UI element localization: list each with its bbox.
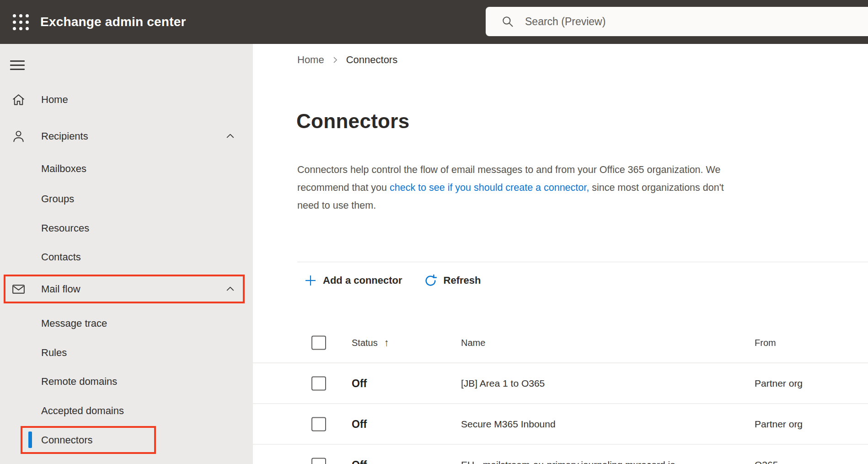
sidebar-item-label: Home — [41, 94, 68, 106]
description-line2-before: recommend that you — [297, 182, 390, 193]
sidebar-item-resources[interactable]: Resources — [0, 214, 253, 243]
select-all-checkbox[interactable] — [311, 336, 326, 350]
app-launcher-icon — [13, 14, 29, 30]
toolbar-divider — [297, 262, 868, 262]
sidebar-item-label: Rules — [41, 347, 67, 359]
breadcrumb: Home Connectors — [297, 53, 397, 67]
toolbar: Add a connector Refresh — [304, 268, 481, 293]
description-line3: need to use them. — [297, 200, 376, 211]
sidebar-item-rules[interactable]: Rules — [0, 338, 253, 367]
add-connector-label: Add a connector — [323, 275, 402, 286]
table-row[interactable]: Off Secure M365 Inbound Partner org — [253, 404, 868, 445]
row-connector-name[interactable]: [JB] Area 1 to O365 — [461, 378, 545, 389]
app-launcher-button[interactable] — [5, 0, 36, 44]
row-status: Off — [352, 377, 367, 389]
page-title: Connectors — [296, 110, 409, 133]
table-row[interactable]: Off [JB] Area 1 to O365 Partner org — [253, 363, 868, 404]
sidebar-item-accepted-domains[interactable]: Accepted domains — [0, 396, 253, 426]
sidebar-item-label: Message trace — [41, 318, 107, 329]
sidebar-item-groups[interactable]: Groups — [0, 184, 253, 214]
refresh-label: Refresh — [444, 275, 481, 286]
create-connector-check-link[interactable]: check to see if you should create a conn… — [390, 182, 589, 193]
selected-item-indicator — [28, 432, 32, 448]
chevron-right-icon — [331, 55, 340, 65]
column-header-name[interactable]: Name — [461, 338, 485, 348]
description-line2-after: since most organizations don't — [589, 182, 724, 193]
table-header-row: Status ↑ Name From — [253, 323, 868, 363]
row-checkbox[interactable] — [311, 417, 326, 431]
chevron-up-icon — [224, 283, 236, 296]
mail-envelope-icon — [11, 282, 26, 297]
page-description: Connectors help control the flow of emai… — [297, 161, 724, 215]
row-checkbox[interactable] — [311, 458, 326, 464]
row-from: Partner org — [755, 419, 803, 430]
description-line1: Connectors help control the flow of emai… — [297, 164, 720, 175]
row-from: Partner org — [755, 378, 803, 389]
breadcrumb-current: Connectors — [346, 54, 398, 66]
breadcrumb-home-link[interactable]: Home — [297, 54, 324, 66]
sidebar-item-label: Connectors — [41, 434, 93, 446]
home-icon — [11, 92, 26, 108]
person-icon — [11, 129, 26, 144]
chevron-up-icon — [224, 130, 236, 143]
sidebar-item-label: Mail flow — [41, 283, 80, 295]
sidebar-item-home[interactable]: Home — [0, 85, 253, 114]
sidebar-item-message-trace[interactable]: Message trace — [0, 309, 253, 338]
sidebar-item-remote-domains[interactable]: Remote domains — [0, 367, 253, 396]
row-from: O365 — [755, 459, 778, 464]
sidebar-item-label: Groups — [41, 193, 74, 205]
refresh-icon — [423, 274, 438, 288]
topbar: Exchange admin center — [0, 0, 868, 44]
row-connector-name[interactable]: Secure M365 Inbound — [461, 419, 556, 430]
row-checkbox[interactable] — [311, 376, 326, 390]
sidebar-item-mailboxes[interactable]: Mailboxes — [0, 154, 253, 183]
add-connector-button[interactable]: Add a connector — [304, 274, 402, 287]
sidebar-item-contacts[interactable]: Contacts — [0, 243, 253, 272]
connectors-table: Status ↑ Name From Off [JB] Area 1 to O3… — [253, 323, 868, 464]
sidebar-item-label: Resources — [41, 222, 89, 234]
column-header-status[interactable]: Status ↑ — [352, 337, 389, 349]
refresh-button[interactable]: Refresh — [423, 274, 481, 288]
sidebar-item-mail-flow[interactable]: Mail flow — [0, 275, 253, 303]
sidebar-item-label: Contacts — [41, 251, 81, 263]
sidebar-item-connectors[interactable]: Connectors — [0, 426, 253, 455]
row-status: Off — [352, 459, 367, 464]
sidebar-item-label: Remote domains — [41, 376, 117, 388]
sort-ascending-arrow-icon: ↑ — [384, 337, 389, 349]
sidebar-nav: Home Recipients Mailboxes Groups Resourc… — [0, 44, 253, 464]
search-box[interactable] — [486, 7, 868, 36]
main-content: Home Connectors Connectors Connectors he… — [253, 44, 868, 464]
row-connector-name[interactable]: EU - mailstream-eu-primary.journaling.mx… — [461, 459, 675, 464]
exchange-admin-center-window: Exchange admin center Home Reci — [0, 0, 868, 464]
app-title: Exchange admin center — [40, 0, 186, 44]
search-icon — [501, 15, 514, 28]
hamburger-menu-button[interactable] — [10, 56, 30, 76]
row-status: Off — [352, 418, 367, 430]
sidebar-item-label: Mailboxes — [41, 163, 86, 175]
sidebar-item-label: Accepted domains — [41, 405, 124, 417]
search-input[interactable] — [524, 15, 846, 28]
column-header-from[interactable]: From — [755, 338, 776, 348]
sidebar-item-label: Recipients — [41, 130, 88, 142]
table-row[interactable]: Off EU - mailstream-eu-primary.journalin… — [253, 445, 868, 464]
plus-icon — [304, 274, 317, 287]
sidebar-item-recipients[interactable]: Recipients — [0, 122, 253, 151]
